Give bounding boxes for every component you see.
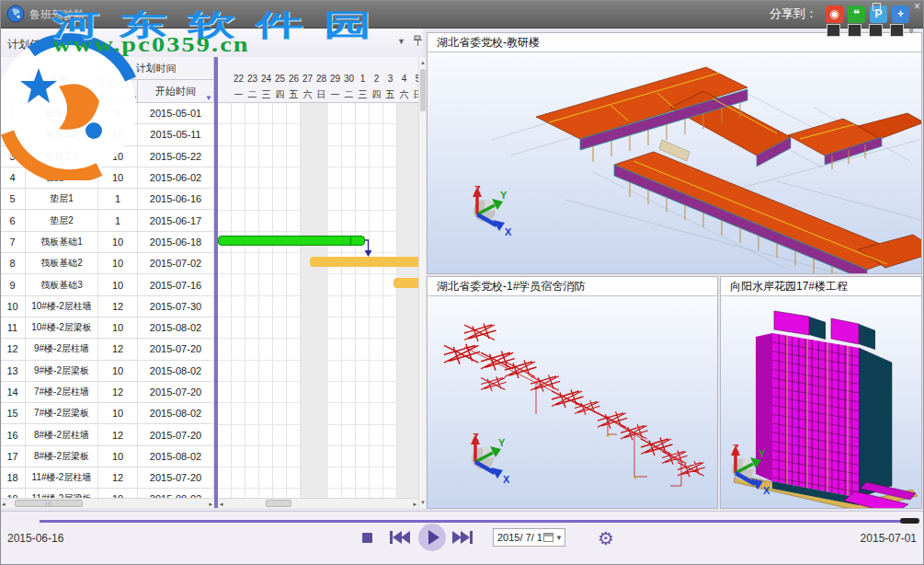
table-cell: 9 (98, 103, 138, 123)
gantt-day-label: 2 (370, 74, 383, 84)
model-view-residential-tower[interactable]: Z Y X (721, 296, 921, 508)
col-header-start-time[interactable]: 开始时间 ▼ (138, 80, 214, 103)
hscroll-thumb[interactable] (266, 500, 291, 507)
gantt-day-label: 30 (342, 74, 356, 84)
next-button[interactable] (452, 531, 473, 544)
table-cell: 2015-07-16 (138, 274, 214, 294)
settings-gear-icon[interactable]: ⚙ (598, 527, 614, 549)
scroll-down-icon[interactable]: ▼ (419, 499, 427, 506)
table-row[interactable]: 4桩施工4102015-06-02 (0, 167, 214, 189)
table-cell: 10 (98, 167, 138, 188)
wechat-icon[interactable]: ❝ (848, 6, 865, 23)
scroll-left-icon[interactable]: ◂ (220, 500, 223, 508)
panel-dropdown-icon[interactable]: ▼ (397, 37, 405, 46)
svg-text:Z: Z (733, 443, 739, 454)
hscroll-thumb[interactable]: ||| (15, 500, 83, 507)
table-gantt-splitter[interactable] (214, 57, 218, 508)
table-row[interactable]: 1桩施工192015-05-01 (0, 103, 214, 124)
gantt-weekday-label: 一 (232, 88, 245, 101)
table-row[interactable]: 2桩施工2102015-05-11 (0, 124, 214, 145)
gantt-weekday-label: 一 (328, 88, 342, 101)
col-header-duration[interactable]: 工作日工期 ▼ (98, 80, 138, 103)
gantt-chart: 22232425262728293012345 一二三四五六日一二三四五六日 (218, 57, 418, 508)
gantt-weekday-label: 六 (301, 88, 314, 101)
table-cell: 7#楼-2层梁板 (26, 403, 98, 423)
gantt-body[interactable] (218, 103, 418, 498)
table-cell: 2 (0, 124, 26, 144)
viewport-teaching-building: 湖北省委党校-教研楼 (427, 32, 922, 274)
play-button[interactable] (418, 524, 446, 551)
table-cell: 13 (0, 361, 26, 381)
table-cell: 9 (0, 274, 26, 294)
table-row[interactable]: 1911#楼-2层梁板102015-08-02 (0, 489, 214, 498)
table-row[interactable]: 168#楼-2层柱墙122015-07-20 (0, 424, 214, 445)
table-cell: 桩施工1 (26, 103, 98, 123)
scroll-right-icon[interactable]: ▸ (413, 500, 416, 508)
filter-arrow-icon[interactable]: ▼ (88, 94, 96, 101)
table-row[interactable]: 129#楼-2层柱墙122015-07-20 (0, 339, 214, 360)
svg-text:X: X (503, 474, 510, 485)
share-bar: 分享到： ◉❝P+ (770, 5, 909, 23)
filter-arrow-icon[interactable]: ▼ (205, 95, 212, 102)
app-icon (6, 5, 25, 23)
previous-button[interactable] (390, 531, 410, 544)
table-cell: 垫层2 (26, 210, 98, 230)
table-cell: 2015-06-17 (138, 210, 214, 230)
tab-plan-tasks[interactable]: 计划任务 (7, 37, 51, 52)
timeline-track[interactable] (40, 520, 902, 523)
filter-arrow-icon[interactable]: ▼ (131, 95, 138, 102)
table-row[interactable]: 6垫层212015-06-17 (0, 210, 214, 231)
model-view-dormitory-fire[interactable]: Z Y X (428, 296, 717, 508)
gantt-day-label: 4 (397, 74, 411, 84)
gantt-day-label: 27 (301, 74, 314, 84)
gantt-hscrollbar[interactable]: ◂ ▸ (218, 498, 418, 508)
model-view-teaching-building[interactable]: Z Y X (428, 52, 921, 273)
table-hscrollbar[interactable]: ◂ ||| ▸ (0, 498, 214, 508)
scroll-up-icon[interactable]: ▲ (419, 59, 427, 66)
window-stack-icon[interactable] (848, 24, 861, 37)
table-row[interactable]: 8筏板基础2102015-07-02 (0, 253, 214, 274)
table-row[interactable]: 147#楼-2层柱墙122015-07-20 (0, 382, 214, 403)
chevron-more-icon[interactable]: » (907, 28, 918, 33)
close-button[interactable]: × (914, 0, 920, 13)
col-header-task-name[interactable]: 任务名称 ▼ (0, 57, 98, 103)
table-cell: 1 (98, 189, 138, 209)
pin-icon[interactable] (413, 35, 423, 47)
table-row[interactable]: 1110#楼-2层梁板102015-08-02 (0, 317, 214, 339)
maximize-button[interactable] (873, 3, 881, 11)
table-row[interactable]: 9筏板基础3102015-07-16 (0, 274, 214, 295)
table-cell: 4 (0, 167, 26, 188)
table-cell: 10 (98, 146, 138, 167)
scroll-left-icon[interactable]: ◂ (2, 500, 6, 508)
stop-button[interactable] (362, 533, 372, 543)
window-stack-icon[interactable] (827, 24, 840, 37)
share-icons: ◉❝P+ (821, 5, 909, 23)
table-row[interactable]: 1811#楼-2层柱墙122015-07-20 (0, 467, 214, 489)
svg-text:X: X (763, 485, 770, 496)
table-row[interactable]: 1010#楼-2层柱墙122015-07-30 (0, 296, 214, 317)
table-row[interactable]: 3桩施工3102015-05-22 (0, 146, 214, 167)
table-cell: 8 (0, 253, 26, 273)
weibo-icon[interactable]: ◉ (826, 6, 843, 23)
timeline-thumb[interactable] (900, 518, 919, 524)
table-cell: 5 (0, 189, 26, 209)
table-cell: 筏板基础2 (26, 253, 98, 273)
table-cell: 9#楼-2层柱墙 (26, 339, 98, 359)
table-row[interactable]: 157#楼-2层梁板102015-08-02 (0, 403, 214, 424)
table-cell: 2015-06-02 (138, 167, 214, 188)
table-row[interactable]: 139#楼-2层梁板102015-08-02 (0, 361, 214, 382)
table-cell: 11 (0, 317, 26, 338)
gantt-day-label: 3 (383, 74, 397, 84)
table-row[interactable]: 5垫层112015-06-16 (0, 189, 214, 210)
vscroll-thumb[interactable] (420, 69, 426, 111)
table-row[interactable]: 178#楼-2层梁板102015-08-02 (0, 446, 214, 467)
current-date-picker[interactable]: 2015/ 7/ 1 ▼ (493, 528, 565, 547)
gantt-vscrollbar[interactable]: ▲ ▼ (418, 57, 426, 508)
share-more-icon[interactable]: + (892, 6, 909, 23)
scroll-right-icon[interactable]: ▸ (209, 500, 212, 508)
window-arrange-bar: » (819, 24, 915, 37)
table-row[interactable]: 7筏板基础1102015-06-18 (0, 232, 214, 253)
window-stack-icon[interactable] (869, 24, 883, 37)
gantt-weekday-label: 四 (273, 88, 287, 101)
window-stack-icon[interactable] (890, 24, 904, 37)
